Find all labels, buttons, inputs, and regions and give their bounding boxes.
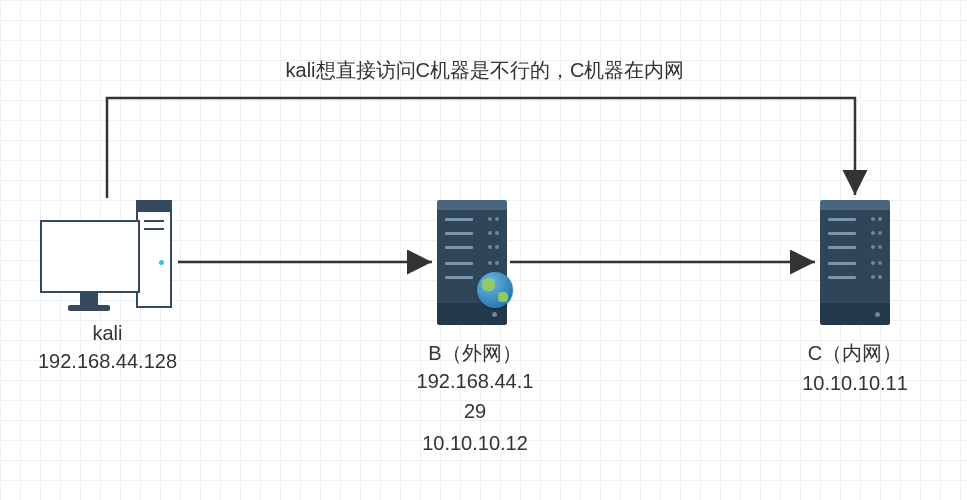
kali-name: kali: [40, 318, 175, 348]
annotation-text: kali想直接访问C机器是不行的，C机器在内网: [250, 55, 720, 85]
b-ip-ext-line2: 29: [464, 400, 486, 422]
kali-ip: 192.168.44.128: [20, 346, 195, 376]
b-name: B（外网）: [400, 338, 550, 368]
node-kali: [40, 200, 175, 315]
node-c: [820, 200, 890, 325]
globe-icon: [477, 272, 513, 308]
node-b: [437, 200, 507, 325]
arrow-kali-to-c-blocked: [107, 98, 855, 198]
c-ip: 10.10.10.11: [780, 368, 930, 398]
b-ip-internal: 10.10.10.12: [400, 428, 550, 458]
c-name: C（内网）: [780, 338, 930, 368]
workstation-icon: [40, 200, 175, 315]
server-icon: [820, 200, 890, 325]
b-ip-ext-line1: 192.168.44.1: [417, 370, 534, 392]
b-ip-external: 192.168.44.1 29: [400, 366, 550, 426]
